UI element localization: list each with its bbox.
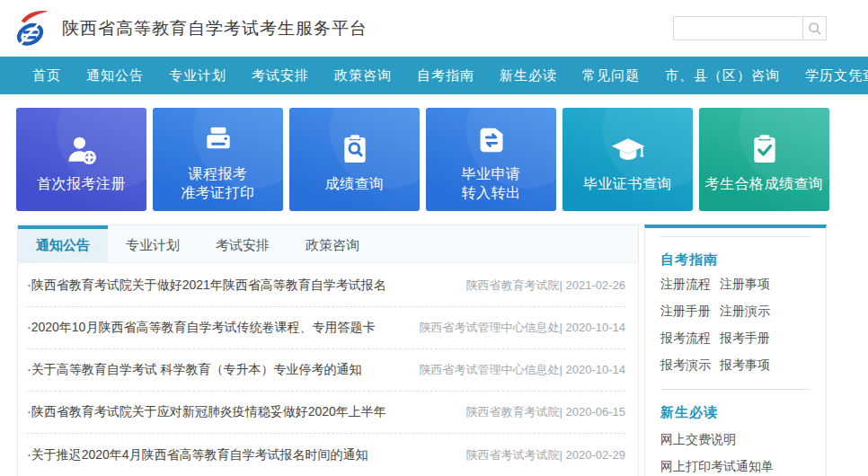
tile-course-register-print[interactable]: 课程报考准考证打印 bbox=[153, 108, 283, 211]
tile-diploma-query[interactable]: 毕业证书查询 bbox=[562, 108, 693, 211]
header: 陕西省高等教育自学考试考生服务平台 bbox=[0, 0, 868, 57]
nav-item-0[interactable]: 首页 bbox=[20, 67, 74, 84]
guide-link-7[interactable]: 报考事项 bbox=[720, 357, 771, 374]
news-item[interactable]: ·关于高等教育自学考试 科学教育（专升本）专业停考的通知陕西省考试管理中心信息处… bbox=[27, 349, 625, 392]
news-meta: 陕西省教育考试院| 2021-02-26 bbox=[466, 278, 626, 294]
tab-2[interactable]: 考试安排 bbox=[198, 225, 288, 262]
nav-item-1[interactable]: 通知公告 bbox=[74, 67, 156, 84]
nav-item-2[interactable]: 专业计划 bbox=[156, 67, 239, 84]
tile-label: 成绩查询 bbox=[325, 174, 385, 193]
tile-label: 毕业申请转入转出 bbox=[462, 164, 521, 202]
tab-bar: 通知公告专业计划考试安排政策咨询 bbox=[18, 225, 638, 263]
tile-label: 首次报考注册 bbox=[37, 174, 126, 193]
nav-item-6[interactable]: 新生必读 bbox=[487, 67, 570, 84]
search-box bbox=[673, 16, 827, 40]
news-title[interactable]: ·关于推迟2020年4月陕西省高等教育自学考试报名时间的通知 bbox=[27, 447, 368, 463]
person-add-icon bbox=[64, 127, 100, 168]
tab-0[interactable]: 通知公告 bbox=[18, 225, 108, 262]
tab-3[interactable]: 政策咨询 bbox=[288, 225, 377, 262]
sidebar-divider bbox=[660, 389, 810, 390]
notice-panel: 通知公告专业计划考试安排政策咨询 ·陕西省教育考试院关于做好2021年陕西省高等… bbox=[17, 225, 639, 476]
news-item[interactable]: ·陕西省教育考试院关于做好2021年陕西省高等教育自学考试报名陕西省教育考试院|… bbox=[27, 265, 625, 307]
guide-link-4[interactable]: 报考流程 bbox=[660, 331, 712, 347]
news-meta: 陕西省考试管理中心信息处| 2020-10-14 bbox=[420, 320, 626, 336]
guide-link-3[interactable]: 注册演示 bbox=[720, 304, 771, 320]
nav-item-3[interactable]: 考试安排 bbox=[239, 67, 322, 84]
clipboard-check-icon bbox=[747, 127, 783, 168]
search-icon bbox=[807, 21, 822, 36]
nav-item-8[interactable]: 市、县（区）咨询 bbox=[652, 67, 793, 84]
sidebar: 自考指南 注册流程注册事项注册手册注册演示报考流程报考手册报考演示报考事项 新生… bbox=[644, 225, 827, 476]
main-nav: 首页通知公告专业计划考试安排政策咨询自考指南新生必读常见问题市、县（区）咨询学历… bbox=[0, 57, 868, 94]
news-item[interactable]: ·陕西省教育考试院关于应对新冠肺炎疫情稳妥做好2020年上半年陕西省教育考试院|… bbox=[27, 392, 625, 434]
nav-item-7[interactable]: 常见问题 bbox=[570, 67, 652, 84]
newbie-links: 网上交费说明网上打印考试通知单 bbox=[660, 432, 810, 475]
clipboard-search-icon bbox=[337, 127, 373, 168]
guide-links: 注册流程注册事项注册手册注册演示报考流程报考手册报考演示报考事项 bbox=[660, 271, 810, 379]
tile-label: 课程报考准考证打印 bbox=[181, 164, 255, 202]
tile-first-register[interactable]: 首次报考注册 bbox=[16, 108, 146, 211]
nav-item-5[interactable]: 自考指南 bbox=[404, 67, 487, 84]
quick-actions-row: 首次报考注册课程报考准考证打印成绩查询毕业申请转入转出毕业证书查询考生合格成绩查… bbox=[16, 108, 868, 211]
guide-link-5[interactable]: 报考手册 bbox=[720, 331, 771, 347]
news-item[interactable]: ·2020年10月陕西省高等教育自学考试传统卷课程、专用答题卡陕西省考试管理中心… bbox=[27, 307, 625, 349]
news-list: ·陕西省教育考试院关于做好2021年陕西省高等教育自学考试报名陕西省教育考试院|… bbox=[18, 263, 638, 476]
nav-item-9[interactable]: 学历文凭查询 bbox=[793, 67, 868, 84]
news-title[interactable]: ·关于高等教育自学考试 科学教育（专升本）专业停考的通知 bbox=[27, 362, 362, 378]
site-title: 陕西省高等教育自学考试考生服务平台 bbox=[62, 17, 368, 40]
news-title[interactable]: ·陕西省教育考试院关于应对新冠肺炎疫情稳妥做好2020年上半年 bbox=[27, 404, 386, 420]
search-button[interactable] bbox=[802, 16, 827, 40]
guide-link-1[interactable]: 注册事项 bbox=[720, 277, 771, 293]
tile-graduation-transfer[interactable]: 毕业申请转入转出 bbox=[426, 108, 556, 211]
news-title[interactable]: ·陕西省教育考试院关于做好2021年陕西省高等教育自学考试报名 bbox=[27, 278, 386, 294]
guide-link-2[interactable]: 注册手册 bbox=[660, 304, 712, 320]
graduation-cap-icon bbox=[610, 127, 646, 168]
tile-score-query[interactable]: 成绩查询 bbox=[289, 108, 420, 211]
search-input[interactable] bbox=[673, 16, 802, 40]
tile-label: 考生合格成绩查询 bbox=[705, 174, 824, 193]
guide-link-6[interactable]: 报考演示 bbox=[660, 357, 712, 374]
news-item[interactable]: ·关于推迟2020年4月陕西省高等教育自学考试报名时间的通知陕西省考试考试院| … bbox=[27, 434, 625, 476]
nav-item-4[interactable]: 政策咨询 bbox=[322, 67, 404, 84]
sidebar-top-divider bbox=[660, 236, 810, 237]
printer-icon bbox=[200, 117, 236, 158]
news-meta: 陕西省教育考试院| 2020-06-15 bbox=[466, 404, 626, 420]
guide-section-title: 自考指南 bbox=[660, 251, 810, 269]
news-title[interactable]: ·2020年10月陕西省高等教育自学考试传统卷课程、专用答题卡 bbox=[27, 320, 375, 336]
tab-1[interactable]: 专业计划 bbox=[108, 225, 198, 262]
newbie-link-1[interactable]: 网上打印考试通知单 bbox=[660, 459, 810, 475]
main-content: 通知公告专业计划考试安排政策咨询 ·陕西省教育考试院关于做好2021年陕西省高等… bbox=[17, 225, 868, 476]
tile-qualified-score-query[interactable]: 考生合格成绩查询 bbox=[699, 108, 829, 211]
newbie-link-0[interactable]: 网上交费说明 bbox=[660, 432, 810, 448]
newbie-section-title: 新生必读 bbox=[660, 404, 810, 421]
guide-link-0[interactable]: 注册流程 bbox=[660, 277, 712, 293]
news-meta: 陕西省考试管理中心信息处| 2020-10-14 bbox=[420, 362, 626, 378]
tile-label: 毕业证书查询 bbox=[583, 174, 672, 193]
news-meta: 陕西省考试考试院| 2020-02-29 bbox=[466, 447, 626, 463]
transfer-icon bbox=[474, 117, 509, 158]
shaanxi-selfexam-logo-icon bbox=[11, 6, 53, 51]
